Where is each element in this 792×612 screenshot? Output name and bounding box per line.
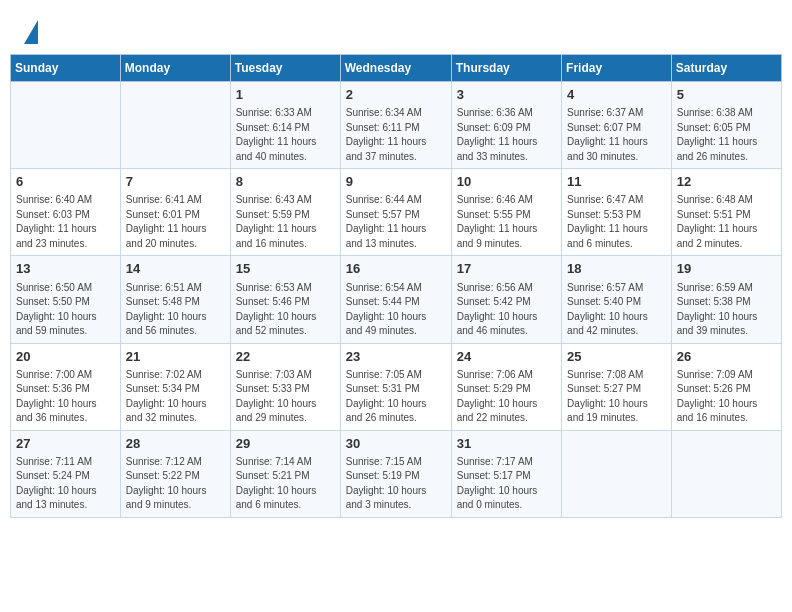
header-day-monday: Monday [120, 55, 230, 82]
cell-content: Sunrise: 7:12 AM Sunset: 5:22 PM Dayligh… [126, 455, 225, 513]
cell-content: Sunrise: 6:46 AM Sunset: 5:55 PM Dayligh… [457, 193, 556, 251]
cell-content: Sunrise: 7:14 AM Sunset: 5:21 PM Dayligh… [236, 455, 335, 513]
calendar-cell: 26Sunrise: 7:09 AM Sunset: 5:26 PM Dayli… [671, 343, 781, 430]
day-number: 16 [346, 260, 446, 278]
header-day-thursday: Thursday [451, 55, 561, 82]
day-number: 24 [457, 348, 556, 366]
week-row-3: 13Sunrise: 6:50 AM Sunset: 5:50 PM Dayli… [11, 256, 782, 343]
calendar-cell: 21Sunrise: 7:02 AM Sunset: 5:34 PM Dayli… [120, 343, 230, 430]
calendar-cell: 9Sunrise: 6:44 AM Sunset: 5:57 PM Daylig… [340, 169, 451, 256]
calendar-cell: 30Sunrise: 7:15 AM Sunset: 5:19 PM Dayli… [340, 430, 451, 517]
day-number: 11 [567, 173, 666, 191]
calendar-cell: 10Sunrise: 6:46 AM Sunset: 5:55 PM Dayli… [451, 169, 561, 256]
calendar-cell: 27Sunrise: 7:11 AM Sunset: 5:24 PM Dayli… [11, 430, 121, 517]
logo [20, 18, 38, 44]
header-row: SundayMondayTuesdayWednesdayThursdayFrid… [11, 55, 782, 82]
cell-content: Sunrise: 6:56 AM Sunset: 5:42 PM Dayligh… [457, 281, 556, 339]
cell-content: Sunrise: 7:08 AM Sunset: 5:27 PM Dayligh… [567, 368, 666, 426]
logo-triangle-icon [24, 20, 38, 44]
day-number: 9 [346, 173, 446, 191]
cell-content: Sunrise: 6:51 AM Sunset: 5:48 PM Dayligh… [126, 281, 225, 339]
calendar-cell: 23Sunrise: 7:05 AM Sunset: 5:31 PM Dayli… [340, 343, 451, 430]
day-number: 19 [677, 260, 776, 278]
cell-content: Sunrise: 6:47 AM Sunset: 5:53 PM Dayligh… [567, 193, 666, 251]
day-number: 31 [457, 435, 556, 453]
calendar-cell: 3Sunrise: 6:36 AM Sunset: 6:09 PM Daylig… [451, 82, 561, 169]
cell-content: Sunrise: 6:37 AM Sunset: 6:07 PM Dayligh… [567, 106, 666, 164]
day-number: 2 [346, 86, 446, 104]
cell-content: Sunrise: 6:53 AM Sunset: 5:46 PM Dayligh… [236, 281, 335, 339]
day-number: 17 [457, 260, 556, 278]
calendar-cell: 5Sunrise: 6:38 AM Sunset: 6:05 PM Daylig… [671, 82, 781, 169]
header [0, 0, 792, 54]
calendar-cell: 14Sunrise: 6:51 AM Sunset: 5:48 PM Dayli… [120, 256, 230, 343]
calendar-wrap: SundayMondayTuesdayWednesdayThursdayFrid… [0, 54, 792, 528]
header-day-sunday: Sunday [11, 55, 121, 82]
day-number: 15 [236, 260, 335, 278]
cell-content: Sunrise: 7:11 AM Sunset: 5:24 PM Dayligh… [16, 455, 115, 513]
day-number: 23 [346, 348, 446, 366]
cell-content: Sunrise: 7:15 AM Sunset: 5:19 PM Dayligh… [346, 455, 446, 513]
day-number: 14 [126, 260, 225, 278]
calendar-cell: 13Sunrise: 6:50 AM Sunset: 5:50 PM Dayli… [11, 256, 121, 343]
day-number: 26 [677, 348, 776, 366]
calendar-cell: 17Sunrise: 6:56 AM Sunset: 5:42 PM Dayli… [451, 256, 561, 343]
day-number: 27 [16, 435, 115, 453]
calendar-cell: 28Sunrise: 7:12 AM Sunset: 5:22 PM Dayli… [120, 430, 230, 517]
calendar-cell: 15Sunrise: 6:53 AM Sunset: 5:46 PM Dayli… [230, 256, 340, 343]
calendar-cell: 7Sunrise: 6:41 AM Sunset: 6:01 PM Daylig… [120, 169, 230, 256]
cell-content: Sunrise: 7:02 AM Sunset: 5:34 PM Dayligh… [126, 368, 225, 426]
calendar-body: 1Sunrise: 6:33 AM Sunset: 6:14 PM Daylig… [11, 82, 782, 518]
page: SundayMondayTuesdayWednesdayThursdayFrid… [0, 0, 792, 528]
header-day-tuesday: Tuesday [230, 55, 340, 82]
day-number: 25 [567, 348, 666, 366]
calendar-cell [11, 82, 121, 169]
calendar-cell: 1Sunrise: 6:33 AM Sunset: 6:14 PM Daylig… [230, 82, 340, 169]
calendar-cell [671, 430, 781, 517]
cell-content: Sunrise: 7:05 AM Sunset: 5:31 PM Dayligh… [346, 368, 446, 426]
cell-content: Sunrise: 7:17 AM Sunset: 5:17 PM Dayligh… [457, 455, 556, 513]
cell-content: Sunrise: 6:34 AM Sunset: 6:11 PM Dayligh… [346, 106, 446, 164]
cell-content: Sunrise: 6:36 AM Sunset: 6:09 PM Dayligh… [457, 106, 556, 164]
day-number: 20 [16, 348, 115, 366]
calendar-cell: 18Sunrise: 6:57 AM Sunset: 5:40 PM Dayli… [562, 256, 672, 343]
day-number: 21 [126, 348, 225, 366]
calendar-table: SundayMondayTuesdayWednesdayThursdayFrid… [10, 54, 782, 518]
calendar-cell: 19Sunrise: 6:59 AM Sunset: 5:38 PM Dayli… [671, 256, 781, 343]
cell-content: Sunrise: 6:57 AM Sunset: 5:40 PM Dayligh… [567, 281, 666, 339]
calendar-cell: 29Sunrise: 7:14 AM Sunset: 5:21 PM Dayli… [230, 430, 340, 517]
header-day-friday: Friday [562, 55, 672, 82]
cell-content: Sunrise: 6:41 AM Sunset: 6:01 PM Dayligh… [126, 193, 225, 251]
calendar-cell: 6Sunrise: 6:40 AM Sunset: 6:03 PM Daylig… [11, 169, 121, 256]
day-number: 13 [16, 260, 115, 278]
week-row-1: 1Sunrise: 6:33 AM Sunset: 6:14 PM Daylig… [11, 82, 782, 169]
calendar-cell: 4Sunrise: 6:37 AM Sunset: 6:07 PM Daylig… [562, 82, 672, 169]
calendar-cell: 31Sunrise: 7:17 AM Sunset: 5:17 PM Dayli… [451, 430, 561, 517]
header-day-wednesday: Wednesday [340, 55, 451, 82]
cell-content: Sunrise: 7:03 AM Sunset: 5:33 PM Dayligh… [236, 368, 335, 426]
cell-content: Sunrise: 6:50 AM Sunset: 5:50 PM Dayligh… [16, 281, 115, 339]
cell-content: Sunrise: 6:44 AM Sunset: 5:57 PM Dayligh… [346, 193, 446, 251]
calendar-cell: 8Sunrise: 6:43 AM Sunset: 5:59 PM Daylig… [230, 169, 340, 256]
week-row-2: 6Sunrise: 6:40 AM Sunset: 6:03 PM Daylig… [11, 169, 782, 256]
cell-content: Sunrise: 7:09 AM Sunset: 5:26 PM Dayligh… [677, 368, 776, 426]
cell-content: Sunrise: 7:06 AM Sunset: 5:29 PM Dayligh… [457, 368, 556, 426]
header-day-saturday: Saturday [671, 55, 781, 82]
day-number: 12 [677, 173, 776, 191]
day-number: 4 [567, 86, 666, 104]
day-number: 3 [457, 86, 556, 104]
cell-content: Sunrise: 7:00 AM Sunset: 5:36 PM Dayligh… [16, 368, 115, 426]
day-number: 6 [16, 173, 115, 191]
calendar-cell: 11Sunrise: 6:47 AM Sunset: 5:53 PM Dayli… [562, 169, 672, 256]
calendar-cell: 24Sunrise: 7:06 AM Sunset: 5:29 PM Dayli… [451, 343, 561, 430]
cell-content: Sunrise: 6:48 AM Sunset: 5:51 PM Dayligh… [677, 193, 776, 251]
calendar-cell [562, 430, 672, 517]
calendar-cell: 22Sunrise: 7:03 AM Sunset: 5:33 PM Dayli… [230, 343, 340, 430]
day-number: 5 [677, 86, 776, 104]
day-number: 8 [236, 173, 335, 191]
calendar-cell: 16Sunrise: 6:54 AM Sunset: 5:44 PM Dayli… [340, 256, 451, 343]
cell-content: Sunrise: 6:38 AM Sunset: 6:05 PM Dayligh… [677, 106, 776, 164]
day-number: 7 [126, 173, 225, 191]
day-number: 1 [236, 86, 335, 104]
day-number: 30 [346, 435, 446, 453]
